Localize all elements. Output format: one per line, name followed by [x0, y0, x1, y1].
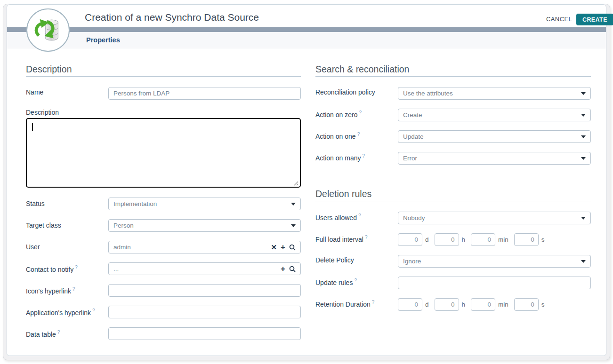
full-load-minutes-input[interactable] [471, 233, 495, 246]
update-rules-label: Update rules? [315, 278, 357, 286]
chevron-down-icon [581, 260, 586, 263]
help-marker: ? [75, 265, 78, 270]
name-label: Name [26, 88, 43, 96]
full-load-interval-label-text: Full load interval [315, 236, 363, 243]
action-on-one-label-text: Action on one [315, 133, 356, 140]
header-divider-bar [7, 27, 606, 32]
section-heading-description: Description [26, 64, 72, 75]
section-heading-deletion-rules: Deletion rules [315, 189, 371, 199]
section-rule [26, 76, 301, 77]
chevron-down-icon [581, 135, 586, 138]
full-load-interval-label: Full load interval? [315, 235, 368, 243]
help-marker: ? [354, 278, 357, 283]
section-heading-search-reconciliation: Search & reconciliation [315, 64, 409, 75]
clear-icon[interactable]: ✕ [271, 244, 277, 251]
icons-hyperlink-label: Icon's hyperlink? [26, 286, 75, 295]
help-marker: ? [92, 308, 95, 313]
action-on-one-select[interactable]: Update [398, 130, 591, 143]
delete-policy-value: Ignore [403, 258, 577, 265]
delete-policy-select[interactable]: Ignore [398, 255, 591, 268]
help-marker: ? [57, 330, 60, 335]
retention-duration-label: Retention Duration? [315, 300, 374, 308]
chevron-down-icon [581, 217, 586, 220]
add-icon[interactable]: + [281, 265, 285, 273]
icons-hyperlink-input[interactable] [108, 284, 301, 297]
chevron-down-icon [291, 203, 296, 206]
contact-to-notify-picker[interactable]: ... + [108, 262, 301, 275]
contact-to-notify-label-text: Contact to notify [26, 266, 73, 273]
action-on-zero-select[interactable]: Create [398, 109, 591, 121]
chevron-down-icon [581, 114, 586, 117]
help-marker: ? [73, 286, 75, 292]
chevron-down-icon [291, 224, 296, 227]
status-select[interactable]: Implementation [108, 198, 301, 210]
data-table-input[interactable] [108, 327, 301, 340]
unit-hours: h [462, 236, 466, 243]
page: Creation of a new Synchro Data Source CA… [0, 0, 613, 364]
help-marker: ? [372, 300, 375, 305]
action-on-many-select[interactable]: Error [398, 152, 591, 165]
section-rule [315, 76, 591, 77]
action-on-one-label: Action on one? [315, 132, 360, 140]
update-rules-input[interactable] [398, 277, 591, 289]
name-input[interactable] [108, 87, 301, 100]
applications-hyperlink-input[interactable] [108, 306, 301, 318]
retention-duration-duration: d h min s [398, 298, 550, 311]
description-label: Description [26, 109, 59, 116]
full-load-days-input[interactable] [398, 233, 422, 246]
data-table-label-text: Data table [26, 331, 56, 338]
action-on-zero-value: Create [403, 111, 577, 119]
full-load-seconds-input[interactable] [514, 233, 539, 246]
contact-to-notify-placeholder: ... [113, 265, 281, 272]
applications-hyperlink-label-text: Application's hyperlink [26, 309, 91, 317]
target-class-label: Target class [26, 222, 61, 229]
unit-seconds: s [541, 236, 545, 243]
cancel-button[interactable]: CANCEL [546, 16, 572, 23]
synchro-data-source-icon [26, 8, 70, 52]
description-textarea[interactable] [26, 118, 301, 188]
unit-seconds: s [541, 301, 545, 308]
unit-minutes: min [498, 236, 508, 243]
text-cursor [32, 123, 33, 131]
applications-hyperlink-label: Application's hyperlink? [26, 308, 95, 317]
action-on-one-value: Update [403, 133, 577, 140]
update-rules-label-text: Update rules [315, 279, 353, 286]
data-table-label: Data table? [26, 330, 60, 338]
tab-properties[interactable]: Properties [86, 36, 120, 44]
reconciliation-policy-select[interactable]: Use the attributes [398, 87, 591, 100]
retention-days-input[interactable] [398, 298, 422, 311]
status-value: Implementation [113, 200, 287, 207]
unit-days: d [425, 301, 429, 308]
user-label: User [26, 243, 40, 251]
contact-to-notify-label: Contact to notify? [26, 265, 78, 273]
create-button[interactable]: CREATE [576, 14, 613, 25]
target-class-select[interactable]: Person [108, 219, 301, 232]
action-on-many-label: Action on many? [315, 153, 365, 162]
users-allowed-select[interactable]: Nobody [398, 212, 591, 224]
retention-seconds-input[interactable] [514, 298, 539, 311]
chevron-down-icon [581, 92, 586, 95]
user-picker[interactable]: admin ✕ + [108, 241, 301, 253]
retention-duration-label-text: Retention Duration [315, 301, 371, 308]
search-icon[interactable] [289, 266, 296, 272]
user-value: admin [113, 244, 271, 251]
action-on-many-value: Error [403, 155, 577, 162]
retention-minutes-input[interactable] [471, 298, 495, 311]
search-icon[interactable] [289, 244, 296, 251]
help-marker: ? [357, 132, 360, 137]
help-marker: ? [365, 235, 368, 240]
section-rule [315, 201, 591, 201]
help-marker: ? [359, 110, 362, 115]
action-on-many-label-text: Action on many [315, 154, 361, 162]
add-icon[interactable]: + [281, 243, 285, 251]
reconciliation-policy-value: Use the attributes [403, 90, 577, 97]
unit-minutes: min [498, 301, 508, 308]
page-title: Creation of a new Synchro Data Source [85, 12, 259, 23]
help-marker: ? [363, 153, 365, 158]
retention-hours-input[interactable] [435, 298, 459, 311]
unit-days: d [425, 236, 429, 243]
users-allowed-label-text: Users allowed [315, 214, 357, 222]
full-load-interval-duration: d h min s [398, 233, 550, 246]
full-load-hours-input[interactable] [435, 233, 459, 246]
help-marker: ? [358, 213, 361, 218]
